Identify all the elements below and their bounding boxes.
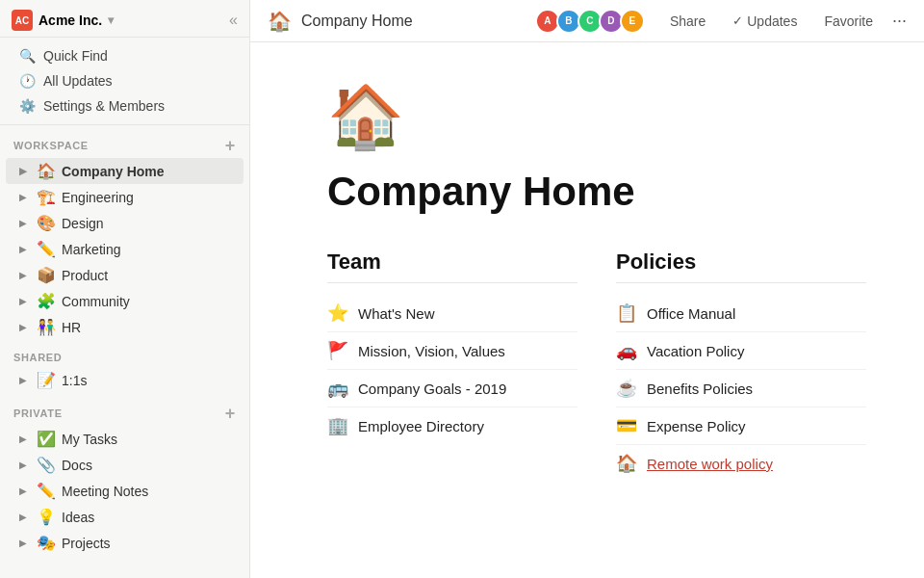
company-home-icon: 🏠 [37, 162, 56, 180]
list-item-remote-work-policy[interactable]: 🏠 Remote work policy [616, 445, 866, 482]
tree-arrow-marketing: ▶ [15, 244, 31, 254]
list-item-company-goals[interactable]: 🚌 Company Goals - 2019 [327, 370, 578, 407]
favorite-label: Favorite [824, 13, 873, 29]
community-label: Community [62, 294, 234, 309]
remote-work-policy-label: Remote work policy [647, 456, 773, 472]
expense-policy-icon: 💳 [616, 415, 637, 436]
company-home-label: Company Home [62, 164, 234, 179]
list-item-benefits-policies[interactable]: ☕ Benefits Policies [616, 370, 866, 407]
company-goals-icon: 🚌 [327, 378, 348, 399]
tree-arrow-ideas: ▶ [15, 512, 31, 522]
sidebar-item-engineering[interactable]: ▶ 🏗️ Engineering [6, 184, 244, 210]
list-item-expense-policy[interactable]: 💳 Expense Policy [616, 407, 866, 445]
tree-arrow-meeting-notes: ▶ [15, 486, 31, 496]
hr-label: HR [62, 320, 234, 335]
my-tasks-label: My Tasks [62, 432, 234, 447]
marketing-icon: ✏️ [37, 240, 56, 258]
sidebar-item-1on1s[interactable]: ▶ 📝 1:1s [6, 367, 244, 393]
private-items: ▶ ✅ My Tasks ▶ 📎 Docs ▶ ✏️ Meeting Notes… [0, 426, 249, 556]
remote-work-policy-icon: 🏠 [616, 453, 637, 474]
sidebar-item-community[interactable]: ▶ 🧩 Community [6, 288, 244, 314]
policies-column: Policies 📋 Office Manual 🚗 Vacation Poli… [616, 250, 866, 482]
sidebar-item-marketing[interactable]: ▶ ✏️ Marketing [6, 236, 244, 262]
more-options-button[interactable]: ··· [892, 11, 907, 31]
meeting-notes-icon: ✏️ [37, 482, 56, 500]
workspace-caret: ▾ [108, 13, 114, 27]
engineering-icon: 🏗️ [37, 188, 56, 206]
community-icon: 🧩 [37, 292, 56, 310]
tree-arrow-my-tasks: ▶ [15, 434, 31, 444]
workspace-section-label: WORKSPACE + [0, 125, 249, 158]
list-item-employee-directory[interactable]: 🏢 Employee Directory [327, 407, 578, 444]
quick-find-label: Quick Find [43, 48, 108, 64]
gear-icon: ⚙️ [19, 98, 36, 114]
sidebar-item-my-tasks[interactable]: ▶ ✅ My Tasks [6, 426, 244, 452]
whats-new-icon: ⭐ [327, 302, 348, 324]
sidebar-item-docs[interactable]: ▶ 📎 Docs [6, 452, 244, 478]
sidebar-item-ideas[interactable]: ▶ 💡 Ideas [6, 504, 244, 530]
topbar-title: Company Home [301, 13, 526, 30]
private-section-header: PRIVATE + [0, 393, 249, 426]
favorite-button[interactable]: Favorite [816, 10, 881, 33]
benefits-policies-icon: ☕ [616, 378, 637, 399]
sidebar-collapse-button[interactable]: « [229, 12, 238, 29]
tree-arrow-company-home: ▶ [15, 166, 31, 176]
columns: Team ⭐ What's New 🚩 Mission, Vision, Val… [327, 250, 866, 482]
ideas-label: Ideas [62, 510, 234, 525]
sidebar-item-meeting-notes[interactable]: ▶ ✏️ Meeting Notes [6, 478, 244, 504]
list-item-office-manual[interactable]: 📋 Office Manual [616, 295, 866, 332]
list-item-mission[interactable]: 🚩 Mission, Vision, Values [327, 332, 578, 370]
private-add-button[interactable]: + [225, 405, 236, 422]
workspace-name[interactable]: AC Acme Inc. ▾ [12, 10, 114, 31]
company-goals-label: Company Goals - 2019 [358, 381, 506, 397]
engineering-label: Engineering [62, 190, 234, 205]
sidebar-top: AC Acme Inc. ▾ « [0, 0, 249, 38]
benefits-policies-label: Benefits Policies [647, 381, 753, 397]
main-panel: 🏠 Company Home A B C D E Share ✓ Updates… [250, 0, 924, 578]
workspace-avatar: AC [12, 10, 33, 31]
list-item-vacation-policy[interactable]: 🚗 Vacation Policy [616, 332, 866, 370]
employee-directory-label: Employee Directory [358, 418, 484, 434]
docs-label: Docs [62, 458, 234, 473]
meeting-notes-label: Meeting Notes [62, 484, 234, 499]
vacation-policy-icon: 🚗 [616, 340, 637, 361]
share-button[interactable]: Share [662, 10, 713, 33]
topbar-avatars: A B C D E [535, 9, 645, 34]
page-content: 🏠 Company Home Team ⭐ What's New 🚩 Missi… [250, 42, 924, 578]
checkmark-icon: ✓ [732, 13, 743, 28]
marketing-label: Marketing [62, 242, 234, 257]
topbar-actions: Share ✓ Updates Favorite ··· [662, 10, 907, 33]
docs-icon: 📎 [37, 456, 56, 474]
topbar: 🏠 Company Home A B C D E Share ✓ Updates… [250, 0, 924, 42]
workspace-add-button[interactable]: + [225, 137, 236, 154]
1on1s-icon: 📝 [37, 371, 56, 389]
sidebar-item-quick-find[interactable]: 🔍 Quick Find [6, 43, 244, 68]
tree-arrow-projects: ▶ [15, 538, 31, 548]
office-manual-icon: 📋 [616, 302, 637, 324]
list-item-whats-new[interactable]: ⭐ What's New [327, 295, 578, 332]
team-column-title: Team [327, 250, 578, 283]
sidebar-item-all-updates[interactable]: 🕐 All Updates [6, 68, 244, 93]
mission-icon: 🚩 [327, 340, 348, 361]
sidebar-item-product[interactable]: ▶ 📦 Product [6, 262, 244, 288]
design-icon: 🎨 [37, 214, 56, 232]
search-icon: 🔍 [19, 48, 36, 64]
page-title: Company Home [327, 169, 866, 215]
projects-label: Projects [62, 536, 234, 551]
sidebar-item-projects[interactable]: ▶ 🎭 Projects [6, 530, 244, 556]
updates-button[interactable]: ✓ Updates [725, 10, 805, 33]
my-tasks-icon: ✅ [37, 430, 56, 448]
team-column: Team ⭐ What's New 🚩 Mission, Vision, Val… [327, 250, 578, 482]
share-label: Share [670, 13, 706, 29]
product-icon: 📦 [37, 266, 56, 284]
shared-section-label: SHARED [0, 340, 249, 367]
sidebar-item-design[interactable]: ▶ 🎨 Design [6, 210, 244, 236]
employee-directory-icon: 🏢 [327, 415, 348, 436]
tree-arrow-engineering: ▶ [15, 192, 31, 202]
sidebar-nav: 🔍 Quick Find 🕐 All Updates ⚙️ Settings &… [0, 38, 249, 125]
sidebar-item-settings[interactable]: ⚙️ Settings & Members [6, 93, 244, 118]
sidebar-item-company-home[interactable]: ▶ 🏠 Company Home [6, 158, 244, 184]
sidebar-item-hr[interactable]: ▶ 👫 HR [6, 314, 244, 340]
policies-column-title: Policies [616, 250, 866, 283]
vacation-policy-label: Vacation Policy [647, 343, 744, 359]
